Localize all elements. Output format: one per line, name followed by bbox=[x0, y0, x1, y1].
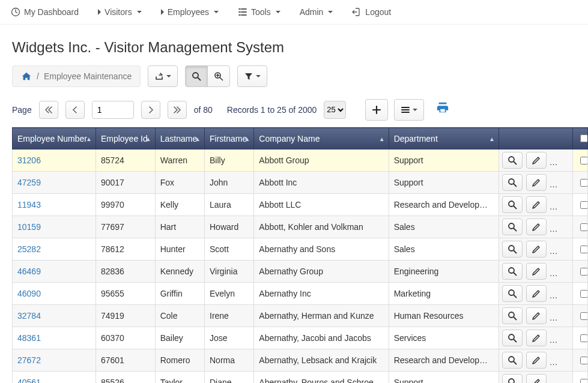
cell-emp-num: 32784 bbox=[13, 305, 96, 327]
cell-company: Abernathy, Jacobi and Jacobs bbox=[254, 327, 389, 349]
col-header-company[interactable]: Company Name▲ bbox=[254, 128, 389, 149]
view-row-button[interactable] bbox=[502, 174, 523, 191]
emp-num-link[interactable]: 32784 bbox=[17, 311, 41, 321]
copy-row-button[interactable] bbox=[550, 241, 571, 258]
edit-row-button[interactable] bbox=[526, 330, 547, 346]
row-select-checkbox[interactable] bbox=[580, 246, 587, 253]
search-icon bbox=[508, 178, 517, 187]
emp-num-link[interactable]: 31206 bbox=[17, 155, 41, 165]
pager-first-button[interactable] bbox=[39, 101, 58, 119]
table-row: 32784 74919 Cole Irene Abernathy, Herman… bbox=[13, 305, 588, 327]
view-row-button[interactable] bbox=[502, 352, 523, 369]
row-select-checkbox[interactable] bbox=[580, 334, 587, 342]
cell-lastname: Kelly bbox=[155, 194, 204, 216]
cell-lastname: Romero bbox=[155, 349, 204, 372]
emp-num-link[interactable]: 25282 bbox=[17, 244, 41, 254]
nav-admin[interactable]: Admin bbox=[300, 7, 333, 17]
page-size-select[interactable]: 25 bbox=[324, 101, 346, 119]
svg-point-33 bbox=[509, 379, 514, 383]
cell-company: Abernathy, Herman and Kunze bbox=[254, 305, 389, 327]
home-icon[interactable] bbox=[21, 71, 32, 82]
nav-dashboard[interactable]: My Dashboard bbox=[11, 7, 79, 17]
col-header-emp-id[interactable]: Employee Id▲ bbox=[95, 128, 155, 149]
logout-icon bbox=[352, 7, 362, 17]
col-header-lastname[interactable]: Lastname▲ bbox=[155, 128, 204, 149]
edit-row-button[interactable] bbox=[526, 174, 547, 191]
emp-num-link[interactable]: 46090 bbox=[17, 289, 41, 298]
view-row-button[interactable] bbox=[502, 374, 523, 383]
edit-row-button[interactable] bbox=[526, 241, 547, 258]
row-select-checkbox[interactable] bbox=[580, 312, 587, 320]
emp-num-link[interactable]: 46469 bbox=[17, 267, 41, 276]
emp-num-link[interactable]: 10159 bbox=[17, 222, 41, 232]
edit-row-button[interactable] bbox=[526, 307, 547, 324]
view-row-button[interactable] bbox=[502, 263, 523, 280]
row-select-checkbox[interactable] bbox=[580, 357, 587, 364]
nav-employees[interactable]: Employees bbox=[161, 7, 219, 17]
emp-num-link[interactable]: 47259 bbox=[17, 178, 41, 187]
print-button[interactable] bbox=[430, 98, 455, 121]
copy-row-button[interactable] bbox=[550, 174, 571, 191]
copy-row-button[interactable] bbox=[550, 196, 571, 213]
edit-row-button[interactable] bbox=[526, 196, 547, 213]
filter-button[interactable] bbox=[237, 65, 267, 87]
emp-num-link[interactable]: 27672 bbox=[17, 355, 41, 365]
row-select-checkbox[interactable] bbox=[580, 201, 587, 209]
table-row: 10159 77697 Hart Howard Abbott, Kohler a… bbox=[13, 216, 588, 238]
copy-row-button[interactable] bbox=[550, 219, 571, 235]
emp-num-link[interactable]: 11943 bbox=[17, 200, 41, 210]
add-record-button[interactable] bbox=[365, 99, 388, 121]
row-select-checkbox[interactable] bbox=[580, 290, 587, 298]
table-row: 11943 99970 Kelly Laura Abbott LLC Resea… bbox=[13, 194, 588, 216]
copy-row-button[interactable] bbox=[550, 263, 571, 280]
copy-row-button[interactable] bbox=[550, 330, 571, 346]
export-button[interactable] bbox=[148, 65, 178, 87]
select-all-checkbox[interactable] bbox=[580, 134, 587, 142]
nav-visitors[interactable]: Visitors bbox=[98, 7, 142, 17]
svg-rect-26 bbox=[559, 315, 564, 319]
col-header-department[interactable]: Department▲ bbox=[389, 128, 499, 149]
row-select-checkbox[interactable] bbox=[580, 268, 587, 276]
col-header-firstname[interactable]: Firstname▲ bbox=[205, 128, 254, 149]
row-select-checkbox[interactable] bbox=[580, 179, 587, 187]
view-row-button[interactable] bbox=[502, 219, 523, 235]
view-row-button[interactable] bbox=[502, 330, 523, 346]
edit-row-button[interactable] bbox=[526, 374, 547, 383]
view-row-button[interactable] bbox=[502, 285, 523, 302]
row-select-checkbox[interactable] bbox=[580, 223, 587, 231]
edit-row-button[interactable] bbox=[526, 263, 547, 280]
view-options-button[interactable] bbox=[394, 99, 424, 121]
copy-row-button[interactable] bbox=[550, 374, 571, 383]
pager-next-button[interactable] bbox=[141, 101, 160, 119]
row-select-checkbox[interactable] bbox=[580, 379, 587, 384]
edit-row-button[interactable] bbox=[526, 219, 547, 235]
copy-row-button[interactable] bbox=[550, 285, 571, 302]
pager-current-input[interactable] bbox=[92, 101, 134, 119]
copy-row-button[interactable] bbox=[550, 152, 571, 169]
view-row-button[interactable] bbox=[502, 152, 523, 169]
nav-logout[interactable]: Logout bbox=[352, 7, 391, 17]
row-select-checkbox[interactable] bbox=[580, 157, 587, 164]
svg-rect-20 bbox=[559, 270, 564, 275]
nav-tools[interactable]: Tools bbox=[238, 7, 280, 17]
view-row-button[interactable] bbox=[502, 241, 523, 258]
copy-row-button[interactable] bbox=[550, 307, 571, 324]
search-zoom-button[interactable] bbox=[207, 65, 230, 87]
search-button[interactable] bbox=[185, 65, 208, 87]
cell-actions bbox=[499, 194, 572, 216]
edit-row-button[interactable] bbox=[526, 352, 547, 369]
cell-select bbox=[573, 372, 588, 384]
cell-company: Abbott LLC bbox=[254, 194, 389, 216]
edit-row-button[interactable] bbox=[526, 285, 547, 302]
col-header-emp-num[interactable]: Employee Number▲ bbox=[13, 128, 96, 149]
edit-row-button[interactable] bbox=[526, 152, 547, 169]
pager-prev-button[interactable] bbox=[65, 101, 85, 119]
cell-company: Abbott, Kohler and Volkman bbox=[254, 216, 389, 238]
pager-last-button[interactable] bbox=[168, 101, 187, 119]
view-row-button[interactable] bbox=[502, 307, 523, 324]
emp-num-link[interactable]: 40561 bbox=[17, 378, 41, 383]
copy-row-button[interactable] bbox=[550, 352, 571, 369]
col-header-select-all[interactable] bbox=[573, 128, 588, 149]
emp-num-link[interactable]: 48361 bbox=[17, 333, 41, 343]
view-row-button[interactable] bbox=[502, 196, 523, 213]
